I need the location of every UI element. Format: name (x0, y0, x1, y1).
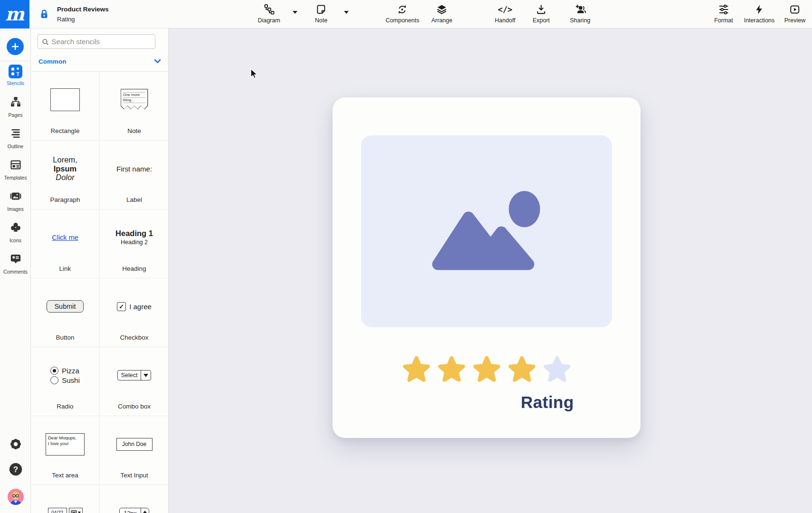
editor-canvas[interactable]: Rating (169, 28, 812, 513)
note-dropdown-caret[interactable] (344, 11, 349, 14)
templates-icon (10, 159, 22, 173)
stencil-textarea[interactable]: Dear Moqups, I love you! Text area (31, 416, 100, 485)
note-preview: One more thing.. (121, 89, 148, 111)
star-empty[interactable] (544, 356, 571, 383)
heading-preview: Heading 1 Heading 2 (115, 229, 153, 246)
stencil-link[interactable]: Click me Link (31, 209, 100, 278)
combobox-caption: Combo box (100, 403, 169, 410)
stencil-stepper[interactable]: 12px (100, 485, 169, 513)
stencil-label[interactable]: First name: Label (100, 141, 169, 209)
stencil-checkbox[interactable]: ✓ I agree Checkbox (100, 278, 169, 347)
sidebar-item-pages[interactable]: Pages (0, 96, 31, 118)
image-placeholder[interactable] (361, 135, 612, 327)
button-preview: Submit (47, 300, 83, 313)
images-icon (10, 190, 22, 204)
left-rail: T Stencils Pages (0, 28, 31, 513)
stencil-radio[interactable]: Pizza Sushi Radio (31, 347, 100, 416)
logo-letter: m (5, 5, 24, 23)
stencil-search (38, 34, 155, 49)
components-label: Components (386, 17, 420, 24)
star-filled[interactable] (438, 356, 465, 383)
export-icon (535, 3, 547, 16)
diagram-dropdown-caret[interactable] (293, 11, 297, 14)
pages-icon (10, 96, 22, 110)
lock-icon (40, 10, 48, 21)
rating-title[interactable]: Rating (521, 393, 574, 412)
sidebar-item-icons[interactable]: Icons (0, 221, 31, 243)
pages-label: Pages (9, 112, 23, 118)
sidebar-item-images[interactable]: Images (0, 190, 31, 212)
sharing-button[interactable]: Sharing (570, 3, 590, 24)
diagram-label: Diagram (258, 17, 280, 24)
document-titles[interactable]: Product Reviews Rating (57, 5, 109, 24)
stencil-button[interactable]: Submit Button (31, 278, 100, 347)
checkbox-preview: ✓ I agree (117, 302, 152, 311)
templates-label: Templates (4, 175, 27, 180)
star-filled[interactable] (403, 356, 430, 383)
section-common[interactable]: Common (31, 51, 169, 72)
combobox-preview: Select (117, 370, 152, 380)
stencil-note[interactable]: One more thing.. Note (100, 72, 169, 141)
checkbox-caption: Checkbox (100, 334, 169, 341)
stencil-paragraph[interactable]: Lorem, Ipsum Dolor Paragraph (31, 141, 100, 209)
outline-icon (10, 127, 22, 142)
star-filled[interactable] (508, 356, 535, 383)
textarea-preview: Dear Moqups, I love you! (46, 433, 85, 456)
diagram-icon (263, 3, 275, 16)
sharing-label: Sharing (570, 17, 590, 24)
interactions-button[interactable]: Interactions (744, 3, 775, 24)
stencils-icon: T (9, 65, 22, 78)
link-caption: Link (31, 265, 99, 272)
sidebar-item-outline[interactable]: Outline (0, 127, 31, 149)
search-input[interactable] (52, 38, 151, 46)
stencil-heading[interactable]: Heading 1 Heading 2 Heading (100, 209, 169, 278)
stencil-rectangle[interactable]: Rectangle (31, 72, 100, 141)
arrange-icon (436, 3, 448, 16)
images-label: Images (7, 206, 23, 212)
paragraph-caption: Paragraph (31, 196, 99, 203)
user-avatar[interactable] (0, 488, 31, 505)
sidebar-item-templates[interactable]: Templates (0, 159, 31, 180)
diagram-button[interactable]: Diagram (258, 3, 280, 24)
star-filled[interactable] (473, 356, 500, 383)
mouse-cursor (249, 68, 259, 80)
radio-preview: Pizza Sushi (50, 367, 80, 384)
format-icon (718, 3, 729, 16)
note-icon (315, 3, 327, 16)
note-caption: Note (100, 127, 169, 134)
format-button[interactable]: Format (714, 3, 733, 24)
stencil-textinput[interactable]: John Doe Text Input (100, 416, 169, 485)
interactions-label: Interactions (744, 17, 775, 24)
add-button[interactable] (7, 38, 24, 55)
export-button[interactable]: Export (533, 3, 550, 24)
avatar-image (7, 488, 24, 505)
radio-caption: Radio (31, 403, 99, 410)
plus-icon (11, 43, 19, 50)
top-toolbar: m Product Reviews Rating Diagram (0, 0, 812, 28)
arrange-button[interactable]: Arrange (431, 3, 452, 24)
textinput-preview: John Doe (116, 438, 153, 451)
format-label: Format (714, 17, 733, 24)
note-button[interactable]: Note (315, 3, 327, 24)
comments-icon (10, 253, 22, 267)
components-button[interactable]: Components (386, 3, 420, 24)
sharing-icon (574, 3, 586, 16)
handoff-button[interactable]: </> Handoff (495, 3, 516, 24)
svg-text:T: T (17, 72, 19, 77)
stencil-datepicker[interactable]: 04/22 (31, 485, 100, 513)
stencil-grid: Rectangle One more thing.. Note Lorem, I… (31, 72, 169, 513)
stencils-label: Stencils (7, 80, 24, 86)
button-caption: Button (31, 334, 99, 341)
sidebar-item-comments[interactable]: Comments (0, 253, 31, 275)
page-title: Rating (57, 15, 109, 24)
settings-button[interactable] (0, 437, 31, 451)
preview-button[interactable]: Preview (784, 3, 805, 24)
moqups-logo[interactable]: m (0, 0, 29, 28)
handoff-label: Handoff (495, 17, 516, 24)
project-title: Product Reviews (57, 5, 109, 15)
help-button[interactable]: ? (0, 462, 31, 476)
stencil-combobox[interactable]: Select Combo box (100, 347, 169, 416)
rating-card[interactable]: Rating (333, 97, 640, 438)
sidebar-item-stencils[interactable]: T Stencils (0, 65, 31, 86)
preview-icon (789, 3, 801, 16)
